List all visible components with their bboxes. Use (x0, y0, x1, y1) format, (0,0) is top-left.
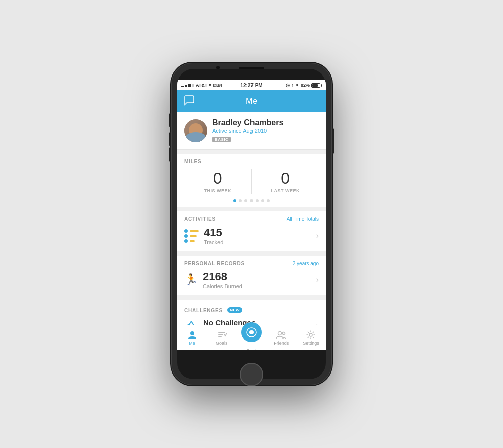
personal-records-section: PERSONAL RECORDS 2 years ago 🏃 2168 Calo… (177, 256, 326, 296)
act-line-2 (184, 234, 199, 238)
avatar-image (184, 119, 207, 142)
me-icon (187, 330, 197, 340)
status-bar: AT&T ▾ VPN 12:27 PM ◎ ↑ ✴ 82% (177, 80, 326, 90)
miles-last-week: 0 LAST WEEK (252, 170, 319, 193)
act-dot-3 (184, 239, 188, 243)
dot-7 (267, 199, 270, 202)
activities-sublabel: Tracked (204, 239, 316, 245)
activities-label: ACTIVITIES (184, 216, 216, 222)
act-dot-2 (184, 234, 188, 238)
challenges-label: CHALLENGES (184, 308, 223, 313)
signal-bar-3 (188, 84, 191, 87)
nav-me-label: Me (189, 341, 195, 346)
avatar-body (186, 132, 206, 142)
activities-body[interactable]: 415 Tracked › (177, 222, 326, 252)
signal-bar-4 (192, 84, 194, 87)
activities-icon (184, 229, 199, 243)
friends-icon (276, 330, 287, 340)
miles-section: MILES 0 THIS WEEK 0 LAST WEEK (177, 154, 326, 207)
personal-records-value: 2168 (203, 270, 316, 283)
challenges-header: CHALLENGES NEW (177, 300, 326, 314)
svg-point-8 (309, 333, 312, 336)
act-line-3 (184, 239, 199, 243)
app-header: Me (177, 90, 326, 112)
running-icon: 🏃 (184, 273, 198, 286)
pagination-dots (184, 199, 319, 202)
miles-last-week-value: 0 (252, 170, 319, 186)
vpn-badge: VPN (213, 84, 222, 87)
act-bar-1 (190, 230, 199, 232)
personal-records-sublabel: Calories Burned (203, 283, 316, 289)
challenges-header-left: CHALLENGES NEW (184, 305, 242, 314)
bluetooth-icon: ✴ (295, 83, 299, 88)
mountain-icon (184, 319, 198, 325)
svg-point-0 (190, 331, 194, 335)
phone-device: AT&T ▾ VPN 12:27 PM ◎ ↑ ✴ 82% (171, 63, 332, 385)
phone-inner: AT&T ▾ VPN 12:27 PM ◎ ↑ ✴ 82% (177, 69, 326, 379)
home-button[interactable] (240, 363, 263, 386)
goals-icon (217, 330, 227, 340)
miles-label: MILES (184, 159, 319, 164)
miles-this-week: 0 THIS WEEK (184, 170, 252, 193)
svg-rect-2 (218, 334, 223, 335)
personal-records-label: PERSONAL RECORDS (184, 261, 245, 266)
personal-records-header: PERSONAL RECORDS 2 years ago (177, 256, 326, 266)
personal-records-body[interactable]: 🏃 2168 Calories Burned › (177, 266, 326, 296)
profile-section: Bradley Chambers Active since Aug 2010 B… (177, 112, 326, 150)
start-button[interactable] (241, 322, 262, 342)
dot-2 (239, 199, 242, 202)
signal-bar-1 (181, 86, 184, 87)
chat-icon (183, 94, 195, 106)
nav-settings[interactable]: Settings (296, 330, 326, 346)
nav-start-label: Start (247, 348, 257, 350)
nav-settings-label: Settings (303, 341, 319, 346)
header-chat-button[interactable] (183, 94, 195, 108)
avatar (184, 119, 207, 142)
content-area[interactable]: Bradley Chambers Active since Aug 2010 B… (177, 112, 326, 325)
dot-6 (261, 199, 264, 202)
settings-icon (306, 330, 316, 340)
nav-start[interactable]: Start (236, 322, 266, 350)
nav-friends-label: Friends (274, 341, 289, 346)
status-time: 12:27 PM (240, 83, 262, 88)
carrier-label: AT&T (196, 83, 207, 88)
location-icon: ◎ (286, 83, 290, 88)
personal-records-arrow: › (316, 275, 319, 284)
arrow-icon: ↑ (291, 83, 294, 88)
activities-header: ACTIVITIES All Time Totals (177, 211, 326, 222)
profile-name: Bradley Chambers (212, 118, 319, 127)
battery-indicator (311, 83, 322, 88)
miles-this-week-label: THIS WEEK (184, 188, 252, 193)
act-bar-2 (190, 235, 197, 237)
wifi-icon: ▾ (209, 83, 211, 88)
nav-friends[interactable]: Friends (267, 330, 296, 346)
act-line-1 (184, 229, 199, 233)
battery-pct: 82% (301, 83, 310, 88)
svg-point-7 (283, 332, 285, 334)
start-icon (246, 327, 257, 337)
header-title: Me (246, 97, 257, 106)
activities-section: ACTIVITIES All Time Totals (177, 211, 326, 252)
svg-point-5 (249, 330, 254, 334)
dot-1 (233, 199, 236, 202)
nav-goals-label: Goals (216, 341, 228, 346)
activities-info: 415 Tracked (204, 226, 316, 245)
miles-last-week-label: LAST WEEK (252, 188, 319, 193)
bottom-nav: Me Goals (177, 325, 326, 350)
profile-badge: BASIC (212, 137, 231, 142)
activities-arrow: › (316, 231, 319, 240)
activities-totals-label[interactable]: All Time Totals (287, 216, 319, 222)
svg-rect-1 (218, 332, 225, 333)
svg-point-6 (278, 331, 282, 335)
nav-me[interactable]: Me (177, 330, 207, 346)
svg-rect-3 (218, 336, 222, 337)
screen: AT&T ▾ VPN 12:27 PM ◎ ↑ ✴ 82% (177, 80, 326, 350)
speaker (239, 67, 264, 69)
nav-goals[interactable]: Goals (207, 330, 236, 346)
miles-this-week-value: 0 (184, 170, 252, 186)
act-bar-3 (190, 240, 195, 242)
profile-info: Bradley Chambers Active since Aug 2010 B… (212, 118, 319, 143)
profile-active-since: Active since Aug 2010 (212, 128, 319, 134)
signal-bar-2 (185, 85, 187, 87)
new-badge: NEW (227, 307, 242, 313)
